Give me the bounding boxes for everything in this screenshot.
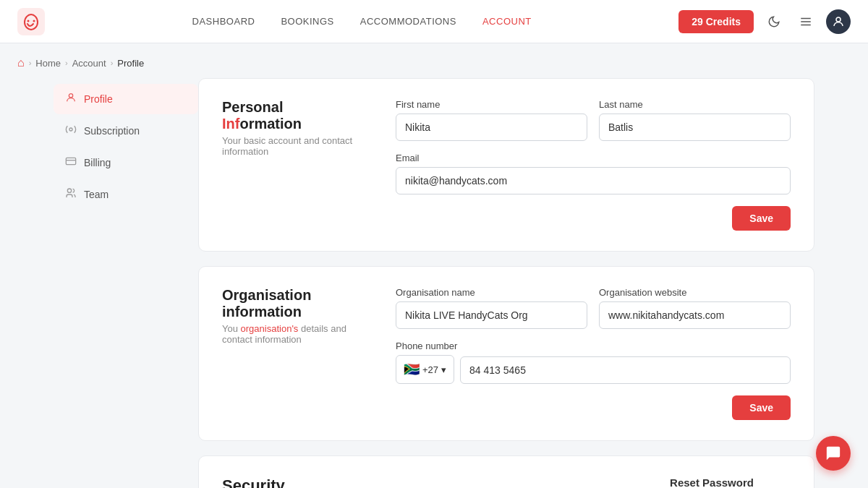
- security-row: Security Change your password and protec…: [222, 476, 791, 488]
- svg-point-8: [69, 128, 72, 131]
- org-subtitle-link[interactable]: organisation's: [241, 323, 299, 334]
- nav-account[interactable]: ACCOUNT: [482, 16, 532, 27]
- phone-input-row: 🇿🇦 +27 ▾: [396, 355, 791, 384]
- security-title: Security: [222, 476, 641, 488]
- last-name-label: Last name: [599, 99, 791, 110]
- moon-icon: [767, 15, 780, 28]
- org-info-title: Organisation information: [222, 287, 367, 320]
- personal-name-row: First name Last name: [396, 99, 791, 141]
- email-input[interactable]: [396, 167, 791, 194]
- email-label: Email: [396, 153, 791, 163]
- sidebar-item-billing[interactable]: Billing: [54, 147, 198, 178]
- first-name-label: First name: [396, 99, 587, 110]
- chat-fab-button[interactable]: [816, 436, 851, 471]
- security-info: Security Change your password and protec…: [222, 476, 641, 488]
- email-row: Email: [396, 153, 791, 194]
- main-content: Personal Information Your basic account …: [198, 78, 814, 488]
- breadcrumb-account[interactable]: Account: [72, 58, 106, 69]
- personal-info-save-button[interactable]: Save: [732, 206, 791, 231]
- breadcrumb-home[interactable]: Home: [35, 58, 61, 69]
- org-website-input[interactable]: [599, 301, 791, 329]
- profile-icon: [65, 92, 77, 106]
- hamburger-icon: [799, 15, 812, 28]
- sidebar-team-label: Team: [84, 189, 109, 200]
- nav-bookings[interactable]: BOOKINGS: [281, 16, 333, 27]
- chat-icon: [825, 445, 841, 461]
- reset-password-title: Reset Password: [670, 476, 791, 488]
- first-name-input[interactable]: [396, 114, 587, 141]
- personal-info-card: Personal Information Your basic account …: [198, 78, 814, 252]
- org-name-row: Organisation name Organisation website: [396, 287, 791, 329]
- breadcrumb-sep-2: ›: [65, 59, 68, 67]
- personal-info-subtitle: Your basic account and contact informati…: [222, 135, 367, 157]
- sidebar: Profile Subscription Billing Team: [54, 78, 198, 488]
- billing-icon: [65, 155, 77, 170]
- home-icon: ⌂: [17, 56, 25, 69]
- sidebar-item-subscription[interactable]: Subscription: [54, 116, 198, 146]
- nav-dashboard[interactable]: DASHBOARD: [192, 16, 255, 27]
- breadcrumb-sep-1: ›: [29, 59, 32, 67]
- phone-label: Phone number: [396, 341, 791, 351]
- svg-rect-9: [66, 158, 75, 164]
- dropdown-chevron-icon: ▾: [441, 364, 446, 375]
- navbar: DASHBOARD BOOKINGS ACCOMMODATIONS ACCOUN…: [0, 0, 868, 43]
- org-info-actions: Save: [396, 395, 791, 420]
- org-info-subtitle: You organisation's details and contact i…: [222, 323, 367, 345]
- email-group: Email: [396, 153, 791, 194]
- security-card: Security Change your password and protec…: [198, 455, 814, 488]
- main-nav: DASHBOARD BOOKINGS ACCOMMODATIONS ACCOUN…: [192, 16, 532, 27]
- phone-row: Phone number 🇿🇦 +27 ▾: [396, 341, 791, 384]
- svg-point-11: [67, 189, 71, 192]
- sidebar-item-team[interactable]: Team: [54, 179, 198, 210]
- org-website-group: Organisation website: [599, 287, 791, 329]
- last-name-group: Last name: [599, 99, 791, 141]
- user-icon: [832, 15, 845, 28]
- phone-group: Phone number 🇿🇦 +27 ▾: [396, 341, 791, 384]
- logo[interactable]: [17, 8, 45, 35]
- org-info-card: Organisation information You organisatio…: [198, 266, 814, 441]
- org-name-label: Organisation name: [396, 287, 587, 298]
- svg-point-7: [69, 94, 72, 98]
- sidebar-profile-label: Profile: [84, 93, 113, 105]
- security-action: Reset Password Change your password here…: [670, 476, 791, 488]
- breadcrumb: ⌂ › Home › Account › Profile: [0, 43, 868, 78]
- user-avatar-button[interactable]: [826, 9, 851, 34]
- svg-point-2: [33, 20, 35, 22]
- sidebar-billing-label: Billing: [84, 157, 111, 168]
- org-name-group: Organisation name: [396, 287, 587, 329]
- svg-point-1: [27, 20, 30, 22]
- org-website-label: Organisation website: [599, 287, 791, 298]
- last-name-input[interactable]: [599, 114, 791, 141]
- svg-point-6: [836, 17, 841, 22]
- nav-accommodations[interactable]: ACCOMMODATIONS: [360, 16, 456, 27]
- team-icon: [65, 187, 77, 202]
- breadcrumb-sep-3: ›: [111, 59, 114, 67]
- personal-info-title: Personal Information: [222, 99, 367, 132]
- personal-info-actions: Save: [396, 206, 791, 231]
- page-layout: Profile Subscription Billing Team: [36, 78, 832, 488]
- navbar-actions: 29 Credits: [678, 9, 851, 34]
- logo-icon: [17, 8, 45, 35]
- country-code-select[interactable]: 🇿🇦 +27 ▾: [396, 355, 454, 384]
- flag-emoji: 🇿🇦: [404, 361, 420, 377]
- theme-toggle-button[interactable]: [762, 10, 786, 33]
- sidebar-item-profile[interactable]: Profile: [54, 84, 198, 114]
- sidebar-subscription-label: Subscription: [84, 125, 140, 137]
- breadcrumb-current: Profile: [117, 58, 144, 69]
- svg-rect-0: [17, 8, 45, 35]
- phone-code: +27: [422, 364, 438, 375]
- org-info-save-button[interactable]: Save: [732, 395, 791, 420]
- credits-button[interactable]: 29 Credits: [678, 10, 754, 33]
- org-name-input[interactable]: [396, 301, 587, 329]
- first-name-group: First name: [396, 99, 587, 141]
- menu-button[interactable]: [794, 10, 817, 33]
- phone-number-input[interactable]: [460, 356, 791, 384]
- subscription-icon: [65, 124, 77, 138]
